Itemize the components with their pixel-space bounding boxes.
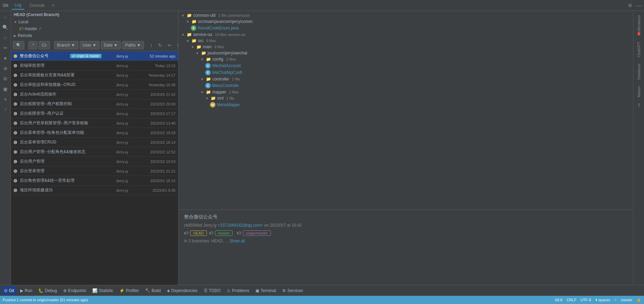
bottom-btn-dependencies[interactable]: ◈Dependencies [164, 286, 200, 295]
settings-icon[interactable]: ⚙ [628, 3, 632, 8]
bottom-btn-terminal[interactable]: ▣Terminal [253, 286, 279, 295]
refresh-icon-btn[interactable]: ↻ [156, 41, 164, 49]
origin-master-tag-icon: 🏷 [237, 231, 241, 236]
cursor-position[interactable]: 66:8 [555, 298, 562, 302]
show-all-link[interactable]: Show all [229, 239, 245, 243]
table-row[interactable]: 后台登录管理Jerry-jy2023/3/1 21:31 [11, 166, 178, 176]
sidebar-database[interactable]: Database [635, 61, 642, 83]
branch-name-status[interactable]: master [621, 298, 632, 302]
user-dropdown-icon: ▼ [92, 43, 96, 48]
table-row[interactable]: 后台菜单管理CRUDJerry-jy2023/3/2 18:14 [11, 138, 178, 147]
remote-label: Remote [18, 33, 32, 38]
bottom-btn-statistic[interactable]: 📊Statistic [90, 286, 116, 295]
bottom-btn-git[interactable]: ⊙Git [1, 286, 17, 295]
list-item[interactable]: E ResultCodeEnum.java [179, 25, 633, 31]
table-row[interactable]: 后台用户登录权限管理--用户登录校验Jerry-jy2023/3/3 13:40 [11, 118, 178, 128]
left-icon-bookmark[interactable]: ☆ [1, 33, 10, 42]
bottom-btn-endpoints[interactable]: ⊕Endpoints [61, 286, 89, 295]
paths-btn[interactable]: Paths ▼ [122, 41, 144, 49]
left-icon-edit[interactable]: ✏ [1, 43, 10, 53]
line-ending[interactable]: CRLF [566, 298, 576, 302]
case-btn[interactable]: Cc [39, 41, 50, 49]
table-row[interactable]: 后台审批设和审批模板--CRUDJerry-jyYesterday 10:38 [11, 80, 178, 90]
tab-console[interactable]: Console [27, 2, 48, 9]
bottom-btn-icon: ☰ [204, 288, 208, 293]
bottom-btn-debug[interactable]: 🐛Debug [36, 286, 60, 295]
table-row[interactable]: 项目环境搭建成功Jerry-jy2023/3/1 9:30 [11, 186, 178, 195]
left-icon-search[interactable]: 🔍 [1, 23, 10, 32]
list-item[interactable]: ▼ 📁 xml 1 file [179, 95, 633, 101]
list-item[interactable]: ▼ 📁 java\com\jerry\wechat [179, 50, 633, 56]
table-row[interactable]: 整合微信公众号🏷 origin & masterJerry-jy52 minut… [11, 51, 178, 61]
bottom-btn-run[interactable]: ▶Run [17, 286, 35, 295]
regex-btn[interactable]: .* [28, 41, 37, 49]
list-item[interactable]: ▼ 📁 src 9 files [179, 38, 633, 44]
branch-tag-icon: 🏷 [19, 26, 23, 31]
left-icon-layout[interactable]: ▣ [1, 84, 10, 94]
tab-log[interactable]: Log [12, 1, 24, 10]
table-row[interactable]: 前端审批管理Jerry-jyToday 13:15 [11, 61, 178, 71]
bottom-btn-icon: ⊕ [63, 288, 67, 293]
encoding[interactable]: UTF-8 [580, 298, 591, 302]
left-icon-star[interactable]: ★ [1, 53, 10, 63]
folder-label: xml [217, 96, 224, 101]
branch-master[interactable]: 🏷 master ✓ [11, 25, 178, 32]
left-icon-branch[interactable]: ⑂ [1, 105, 10, 114]
bottom-btn-profiler[interactable]: ⚡Profiler [117, 286, 142, 295]
list-item[interactable]: ▼ 📁 controller 1 file [179, 76, 633, 82]
list-item[interactable]: ▼ 📁 main 8 files [179, 44, 633, 50]
user-btn[interactable]: User ▼ [80, 41, 100, 49]
list-item[interactable]: ▼ 📁 mapper 2 files [179, 89, 633, 95]
commit-detail-email: <1571849142@qq.com> [218, 223, 263, 228]
bottom-btn-icon: 🔨 [145, 288, 150, 293]
list-item[interactable]: ▼ 📁 config 2 files [179, 56, 633, 62]
log-area: 🔍 .* Cc Branch ▼ User ▼ Date ▼ [11, 39, 178, 285]
indent[interactable]: 4 spaces [595, 298, 610, 302]
bottom-btn-problems[interactable]: ⚠Problems [224, 286, 252, 295]
push-icon-btn[interactable]: ⇐ [166, 41, 174, 49]
minimize-icon[interactable]: — [636, 3, 641, 8]
bottom-btn-services[interactable]: ⚙Services [279, 286, 306, 295]
layout-icon-btn[interactable]: ⊞ [175, 41, 178, 49]
table-row[interactable]: 后台Activiti流程操作Jerry-jy2023/3/5 21:42 [11, 90, 178, 99]
commit-dot [14, 150, 17, 154]
bottom-btn-todo[interactable]: ☰TODO [201, 286, 223, 295]
table-row[interactable]: 后台权限管理--用户权限控制Jerry-jy2023/3/3 20:00 [11, 99, 178, 109]
file-label: WeChatMpConfi [212, 70, 242, 75]
file-label: MenuMappe [217, 102, 240, 107]
sidebar-m[interactable]: m [635, 101, 642, 109]
table-row[interactable]: 后台菜单管理--给角色分配菜单功能Jerry-jy2023/3/2 19:28 [11, 128, 178, 138]
list-item[interactable]: ▼ 📁 common-util 1 file common\com [179, 12, 633, 18]
list-item[interactable]: C WechatAccount [179, 62, 633, 69]
table-row[interactable]: 后台权限管理--用户认证Jerry-jy2023/3/3 17:17 [11, 109, 178, 118]
list-item[interactable]: ▼ 📁 service-oa 10 files service-oa [179, 31, 633, 38]
log-search-box[interactable]: 🔍 [13, 41, 24, 49]
commit-message: 后台菜单管理CRUD [20, 139, 99, 145]
sidebar-chatgpt[interactable]: ChatGPT [635, 39, 642, 60]
list-item[interactable]: C MenuControlle [179, 82, 633, 89]
tab-close-console[interactable]: ✕ [52, 3, 54, 7]
sidebar-notifications[interactable]: Notifications [635, 12, 642, 38]
table-row[interactable]: 后台审批模板分页查询&&部署Jerry-jyYesterday 14:17 [11, 71, 178, 80]
left-icon-back[interactable]: ‹ [1, 12, 10, 22]
bottom-btn-build[interactable]: 🔨Build [142, 286, 163, 295]
commit-author: Jerry-jy [104, 92, 128, 97]
list-item[interactable]: ▼ 📁 src\main\java\com\jerry\comm [179, 18, 633, 25]
left-icon-plus[interactable]: ⊕ [1, 64, 10, 73]
date-btn[interactable]: Date ▼ [101, 41, 121, 49]
table-row[interactable]: 后台用户管理--分配角色&&修改状态Jerry-jy2023/3/2 12:52 [11, 147, 178, 157]
remote-section[interactable]: ▶ Remote [11, 32, 178, 39]
left-icon-list[interactable]: ≡ [1, 94, 10, 104]
commit-dot [14, 74, 17, 77]
file-count: 1 file [226, 96, 234, 100]
table-row[interactable]: 后台用户管理Jerry-jy2023/3/2 10:03 [11, 157, 178, 166]
sort-icon-btn[interactable]: ↕ [148, 41, 155, 49]
sidebar-maven[interactable]: Maven [635, 83, 642, 100]
branch-btn[interactable]: Branch ▼ [54, 41, 78, 49]
left-icon-settings[interactable]: ⚙ [1, 74, 10, 84]
right-panel: ▼ 📁 common-util 1 file common\com ▼ 📁 sr… [179, 11, 633, 285]
list-item[interactable]: C WeChatMpConfi [179, 69, 633, 76]
local-section[interactable]: ▼ Local [11, 18, 178, 25]
list-item[interactable]: M MenuMappe [179, 101, 633, 108]
table-row[interactable]: 后台角色管理&&统一异常处理Jerry-jy2023/3/1 16:15 [11, 176, 178, 186]
